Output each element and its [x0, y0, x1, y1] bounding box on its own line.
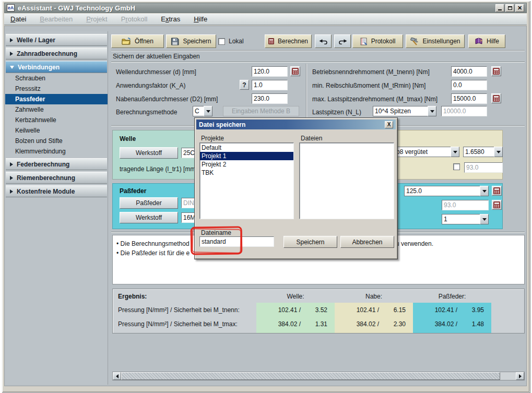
chevron-right-icon — [10, 38, 13, 42]
dateiname-input[interactable] — [199, 236, 274, 247]
dropdown-arrow-icon — [451, 147, 459, 157]
results-col-nabe: Nabe: — [335, 293, 413, 300]
results-row1-welle: 102.41 /3.52 — [256, 306, 335, 314]
menu-datei[interactable]: Datei — [10, 15, 26, 23]
anwendungsfaktor-input[interactable] — [252, 80, 288, 90]
passfeder-werkstoff-button[interactable]: Werkstoff — [120, 212, 178, 223]
betriebsnenndrehmoment-calc-button[interactable] — [491, 66, 501, 76]
scroll-left-icon — [116, 374, 119, 378]
save-button[interactable]: Speichern — [166, 34, 216, 48]
sidebar-item-bolzen-und-stifte[interactable]: Bolzen und Stifte — [5, 136, 108, 146]
note-line-2: • Die Paßfeder ist für die e — [116, 249, 190, 257]
sidebar-item-keilwelle[interactable]: Keilwelle — [5, 125, 108, 136]
menu-hilfe[interactable]: Hilfe — [194, 15, 207, 23]
nabe-laenge-input — [464, 162, 503, 173]
redo-button[interactable] — [334, 34, 351, 48]
save-file-dialog: Datei speichern X Projekte Dateien Defau… — [194, 117, 398, 259]
menu-protokoll: Protokoll — [121, 15, 148, 23]
project-item-tbk[interactable]: TBK — [200, 169, 293, 177]
sidebar-item-kerbzahnwelle[interactable]: Kerbzahnwelle — [5, 115, 108, 125]
scroll-left-button[interactable] — [113, 372, 121, 380]
lokal-checkbox[interactable] — [218, 38, 225, 45]
dateien-list[interactable] — [299, 142, 394, 219]
welle-tragende-laenge-label: tragende Länge (l_tr1) [mm — [120, 165, 195, 173]
window-titlebar: eA eAssistant - GWJ Technology GmbH ✕ — [4, 3, 527, 13]
project-item-projekt1[interactable]: Projekt 1 — [200, 152, 293, 160]
sidebar-item-federberechnung[interactable]: Federberechnung — [6, 158, 107, 170]
maximize-icon — [508, 6, 512, 10]
sidebar: Welle / Lager Zahnradberechnung Verbindu… — [5, 31, 108, 385]
dropdown-arrow-icon — [428, 106, 436, 116]
chevron-right-icon — [10, 162, 13, 166]
passfeder-anzahl-dropdown[interactable]: 1 — [442, 214, 489, 224]
toolbar-divider — [111, 50, 525, 51]
nabe-material-number-dropdown[interactable]: 1.6580 — [463, 147, 503, 157]
anwendungsfaktor-help-button[interactable]: ? — [240, 80, 249, 90]
reibschlussmoment-input[interactable] — [451, 80, 487, 90]
sidebar-item-zahnwelle[interactable]: Zahnwelle — [5, 104, 108, 115]
sidebar-item-riemenberechnung[interactable]: Riemenberechnung — [6, 172, 107, 184]
sidebar-item-schrauben[interactable]: Schrauben — [5, 73, 108, 84]
protocol-button[interactable]: Protokoll — [352, 34, 403, 48]
scrollbar-thumb[interactable] — [121, 372, 500, 380]
project-item-projekt2[interactable]: Projekt 2 — [200, 160, 293, 169]
note-line-1: • Die Berechnungsmethod — [116, 240, 190, 247]
lastspitzendrehmoment-calc-button[interactable] — [491, 93, 501, 103]
calculator-icon — [268, 38, 274, 45]
minimize-icon — [498, 9, 502, 10]
undo-button[interactable] — [315, 34, 332, 48]
maximize-button[interactable] — [505, 4, 514, 12]
results-row2-passfeder: 384.02 /1.48 — [413, 320, 491, 328]
passfeder-tragende-calc-button[interactable] — [492, 200, 502, 210]
passfeder-laenge-calc-button[interactable] — [492, 186, 502, 196]
dialog-save-button[interactable]: Speichern — [283, 236, 337, 248]
sidebar-item-klemmverbindung[interactable]: Klemmverbindung — [5, 146, 108, 157]
screenshot-root: eA eAssistant - GWJ Technology GmbH ✕ Da… — [0, 0, 532, 393]
window-title: eAssistant - GWJ Technology GmbH — [18, 4, 135, 12]
nabenaussendurchmesser-input[interactable] — [252, 93, 288, 104]
welle-werkstoff-button[interactable]: Werkstoff — [120, 147, 178, 159]
results-row2-nabe: 384.02 /2.30 — [335, 320, 413, 328]
chevron-down-icon — [10, 66, 14, 69]
sidebar-item-welle-lager[interactable]: Welle / Lager — [6, 34, 107, 46]
nabe-werkstoff-dropdown[interactable]: b8 vergütet — [394, 147, 459, 157]
wellendurchmesser-input[interactable] — [252, 66, 288, 77]
project-item-default[interactable]: Default — [200, 144, 293, 152]
berechnungsmethode-dropdown[interactable]: C — [193, 106, 212, 116]
help-button[interactable]: ? Hilfe — [468, 34, 505, 48]
passfeder-laenge-dropdown[interactable]: 125.0 — [404, 186, 489, 196]
menu-bearbeiten: Bearbeiten — [40, 15, 73, 23]
status-divider — [111, 62, 525, 63]
wellendurchmesser-calc-button[interactable] — [290, 66, 300, 76]
calculator-icon — [493, 95, 500, 102]
passfeder-tragende-input — [442, 200, 489, 210]
close-button[interactable]: ✕ — [515, 4, 524, 12]
dateien-label: Dateien — [301, 135, 322, 142]
scroll-right-button[interactable] — [516, 372, 524, 380]
lastspitzen-count-input — [441, 106, 487, 116]
welle-heading: Welle — [120, 135, 136, 142]
sidebar-item-passfeder[interactable]: Passfeder — [5, 94, 108, 104]
minimize-button[interactable] — [495, 4, 504, 12]
anwendungsfaktor-label: Anwendungsfaktor (K_A) — [116, 82, 185, 89]
lokal-label: Lokal — [229, 38, 244, 45]
sidebar-item-zahnradberechnung[interactable]: Zahnradberechnung — [6, 47, 107, 59]
scroll-right-icon — [519, 374, 522, 378]
passfeder-select-button[interactable]: Paßfeder — [120, 197, 178, 209]
sidebar-item-presssitz[interactable]: Presssitz — [5, 84, 108, 94]
menu-extras[interactable]: Extras — [161, 15, 180, 23]
results-row2-label: Pressung [N/mm²] / Sicherheit bei M_tmax… — [118, 320, 238, 328]
betriebsnenndrehmoment-input[interactable] — [451, 66, 487, 77]
sidebar-item-kostenfreie-module[interactable]: Kostenfreie Module — [6, 185, 107, 197]
calculate-button[interactable]: Berechnen — [265, 34, 312, 48]
dialog-cancel-button[interactable]: Abbrechen — [340, 236, 394, 248]
open-button[interactable]: Öffnen — [111, 34, 164, 48]
lastspitzen-dropdown[interactable]: 10^4 Spitzen — [373, 106, 436, 116]
lastspitzendrehmoment-input[interactable] — [451, 93, 487, 104]
settings-button[interactable]: Einstellungen — [406, 34, 465, 48]
sidebar-item-verbindungen[interactable]: Verbindungen — [6, 61, 107, 73]
dialog-close-button[interactable]: X — [385, 121, 393, 128]
nabe-laenge-checkbox[interactable] — [453, 163, 460, 170]
horizontal-scrollbar[interactable] — [112, 372, 525, 380]
results-heading: Ergebnis: — [118, 293, 147, 300]
